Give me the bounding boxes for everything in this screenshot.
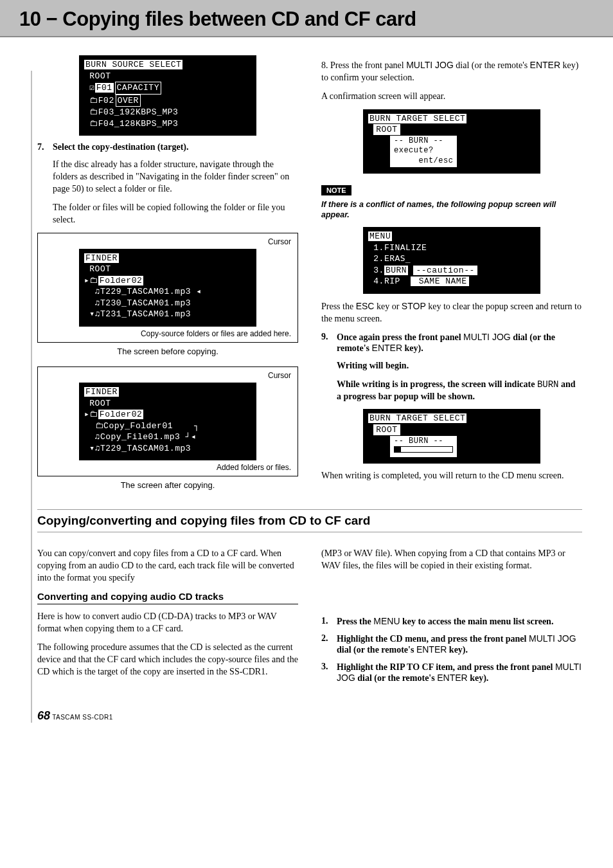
- lcd-burn-target-confirm: BURN TARGET SELECT ROOT -- BURN -- execu…: [363, 109, 540, 174]
- lcd-finder-after: FINDER ROOT ▸🗀Folder02 🗀Copy_Folder01 ┐ …: [79, 383, 256, 460]
- paragraph-progress: While writing is in progress, the screen…: [337, 379, 582, 403]
- left-margin-rule: [31, 71, 32, 723]
- lcd-burn-source: BURN SOURCE SELECT ROOT ☑F01CAPACITY 🗀F0…: [79, 55, 256, 136]
- note-text: If there is a conflict of names, the fol…: [321, 199, 582, 221]
- step-1: 1. Press the MENU key to access the main…: [321, 616, 582, 627]
- page-footer: 68 TASCAM SS-CDR1: [0, 703, 613, 736]
- sub-heading: Converting and copying audio CD tracks: [37, 591, 298, 604]
- step-7: 7. Select the copy-destination (target).: [37, 142, 298, 152]
- caption-after: The screen after copying.: [37, 480, 298, 490]
- step-number: 9.: [321, 332, 337, 354]
- paragraph: A confirmation screen will appear.: [321, 91, 582, 103]
- paragraph: The folder or files will be copied follo…: [53, 202, 298, 226]
- callout-copy-source: Copy-source folders or files are added h…: [42, 327, 294, 338]
- note-label: NOTE: [321, 185, 351, 195]
- lcd-before-copy-frame: Cursor FINDER ROOT ▸🗀Folder02 ♫T229_TASC…: [37, 233, 298, 343]
- chapter-header: 10 − Copying files between CD and CF car…: [0, 0, 613, 37]
- lower-right-column: (MP3 or WAV file). When copying from a C…: [321, 541, 582, 690]
- popup-burn-confirm: -- BURN -- execute? ent/esc: [390, 136, 457, 167]
- lcd-finder-before: FINDER ROOT ▸🗀Folder02 ♫T229_TASCAM01.mp…: [79, 249, 256, 327]
- callout-added: Added folders or files.: [42, 460, 294, 472]
- step-text: Once again press the front panel MULTI J…: [337, 332, 582, 354]
- section-heading: Copying/converting and copying files fro…: [37, 514, 582, 528]
- paragraph: Here is how to convert audio CD (CD-DA) …: [37, 611, 298, 635]
- lower-left-column: You can copy/convert and copy files from…: [37, 541, 298, 690]
- popup-burn-progress: -- BURN --: [390, 436, 457, 457]
- section-heading-bar: Copying/converting and copying files fro…: [37, 509, 582, 532]
- right-column: 8. Press the front panel MULTI JOG dial …: [321, 53, 582, 500]
- paragraph-esc: Press the ESC key or STOP key to clear t…: [321, 300, 582, 325]
- page-number: 68: [37, 709, 50, 722]
- paragraph: If the disc already has a folder structu…: [53, 159, 298, 195]
- step-number: 7.: [37, 142, 53, 152]
- paragraph: (MP3 or WAV file). When copying from a C…: [321, 548, 582, 572]
- lcd-menu-caution: MENU 1.FINALIZE 2.ERAS̲ 3.BURN --caution…: [363, 227, 540, 294]
- paragraph: When writing is completed, you will retu…: [321, 470, 582, 482]
- paragraph: The following procedure assumes that the…: [37, 642, 298, 678]
- callout-cursor: Cursor: [42, 371, 294, 383]
- left-column: BURN SOURCE SELECT ROOT ☑F01CAPACITY 🗀F0…: [37, 53, 298, 500]
- step-9: 9. Once again press the front panel MULT…: [321, 332, 582, 354]
- step-text: Select the copy-destination (target).: [53, 142, 298, 152]
- lcd-after-copy-frame: Cursor FINDER ROOT ▸🗀Folder02 🗀Copy_Fold…: [37, 366, 298, 476]
- paragraph: You can copy/convert and copy files from…: [37, 548, 298, 584]
- step-3: 3. Highlight the RIP TO CF item, and pre…: [321, 662, 582, 683]
- step-2: 2. Highlight the CD menu, and press the …: [321, 633, 582, 655]
- paragraph: Writing will begin.: [337, 360, 582, 372]
- step-8: 8. Press the front panel MULTI JOG dial …: [321, 59, 582, 84]
- product-name: TASCAM SS-CDR1: [50, 714, 113, 721]
- caption-before: The screen before copying.: [37, 347, 298, 356]
- chapter-title: 10 − Copying files between CD and CF car…: [19, 8, 594, 31]
- lcd-burn-progress: BURN TARGET SELECT ROOT -- BURN --: [363, 409, 540, 463]
- callout-cursor: Cursor: [42, 237, 294, 249]
